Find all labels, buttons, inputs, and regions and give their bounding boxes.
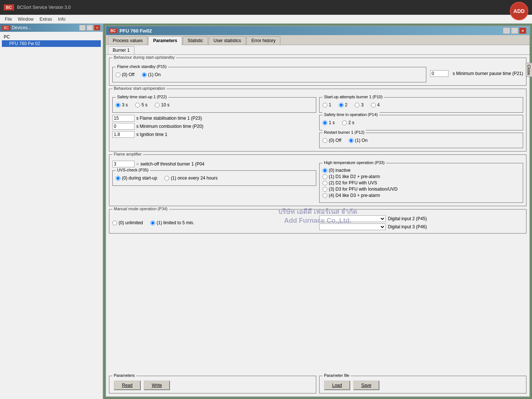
high-temp-1-option[interactable]: (1) D1 like D2 + pre-alarm (323, 174, 520, 179)
restart-off-option[interactable]: (0) Off (323, 138, 341, 143)
manual-mode-title: Manual mode operation (P34) (112, 207, 169, 211)
save-button[interactable]: Save (353, 381, 379, 390)
digital-input2-select[interactable] (319, 215, 386, 222)
behaviour-startup-standby-title: Behaviour during start-up/standby (112, 55, 176, 59)
switch-off-threshold-input[interactable] (112, 161, 134, 167)
flame-check-group: Flame check standby (P15) (0) Off (1) On (112, 67, 426, 82)
min-pause-time-container: s Minimum burner pause time (P21) (430, 70, 523, 77)
high-temp-2-option[interactable]: (2) D2 for PFU with UVS (323, 180, 520, 185)
menu-window[interactable]: Window (15, 16, 37, 23)
ignition-time-input[interactable] (112, 131, 134, 138)
switch-off-icon: ≈ (136, 162, 139, 166)
high-temp-3-option[interactable]: (3) D3 for PFU with Ionisation/UVD (323, 187, 520, 192)
parameters-group-title: Parameters (112, 373, 136, 378)
flame-check-on-option[interactable]: (1) On (142, 72, 161, 77)
high-temp-4-option[interactable]: (4) D4 like D3 + pre-alarm (323, 193, 520, 198)
safety-time-title: Safety time start-up 1 (P22) (116, 95, 168, 99)
ignition-time-label: s Ignition time 1 (136, 132, 167, 137)
menu-extras[interactable]: Extras (37, 16, 55, 23)
high-temp-group: High temperature operation (P33) (0) ina… (319, 163, 523, 203)
pfu-window-logo: BC (109, 28, 117, 33)
flame-check-title: Flame check standby (P15) (116, 64, 168, 69)
safety-operation-title: Safety time in operation (P14) (323, 112, 379, 117)
write-button[interactable]: Write (144, 381, 170, 390)
menu-file[interactable]: File (2, 16, 15, 23)
sub-tab-burner1[interactable]: Burner 1 (108, 46, 134, 54)
attempts-3-option[interactable]: 3 (355, 102, 364, 108)
manual-limited-option[interactable]: (1) limited to 5 min. (150, 220, 194, 225)
behaviour-startup-operation-title: Behaviour start-up/operation (112, 86, 167, 91)
pfu-restore-button[interactable]: □ (511, 27, 518, 34)
behaviour-startup-operation-group: Behaviour start-up/operation Safety time… (109, 89, 526, 151)
min-pause-time-label: s Minimum burner pause time (P21) (453, 71, 523, 76)
manual-mode-group: Manual mode operation (P34) (0) unlimite… (109, 209, 526, 233)
tree-item-pfu[interactable]: PFU 760 Fw 02 (2, 40, 101, 47)
parameter-buttons: Read Write (114, 381, 311, 390)
side-close-button[interactable]: Close (526, 63, 532, 77)
parameters-group: Parameters Read Write (109, 376, 316, 393)
flame-check-off-option[interactable]: (0) Off (116, 72, 134, 77)
flame-amplifier-title: Flame amplifier (112, 152, 143, 156)
flame-check-options: (0) Off (1) On (116, 70, 423, 79)
pfu-window: BC PFU 760 Fw02 _ □ × Process values Par… (105, 25, 530, 397)
safety-3s-option[interactable]: 3 s (116, 102, 128, 108)
sub-tabs: Burner 1 (106, 45, 529, 55)
safety-operation-options: 1 s 2 s (323, 118, 520, 127)
tab-user-statistics[interactable]: User statistics (209, 36, 246, 45)
devices-titlebar: BC Devices... _ □ × (0, 24, 103, 32)
startup-attempts-title: Start-up attempts burner 1 (P10) (323, 95, 384, 99)
manual-unlimited-option[interactable]: (0) unlimited (112, 220, 143, 225)
tab-parameters[interactable]: Parameters (148, 36, 182, 45)
app-title: BCSort Service Version 3.0 (17, 5, 71, 10)
devices-close-button[interactable]: × (94, 25, 100, 31)
uvs-check-options: (0) during start-up (1) once every 24 ho… (116, 174, 313, 183)
uvs-check-group: UVS-check (P35) (0) during start-up (1) … (112, 170, 316, 186)
devices-restore-button[interactable]: □ (86, 25, 93, 31)
devices-minimize-button[interactable]: _ (79, 25, 86, 31)
tree-item-pc[interactable]: PC (2, 34, 101, 40)
uvs-24h-option[interactable]: (1) once every 24 hours (164, 175, 218, 181)
uvs-startup-option[interactable]: (0) during start-up (116, 175, 157, 181)
high-temp-title: High temperature operation (P33) (323, 160, 386, 165)
pfu-titlebar: BC PFU 760 Fw02 _ □ × (106, 26, 529, 35)
tab-statistic[interactable]: Statistic (183, 36, 208, 45)
min-pause-time-input[interactable] (430, 70, 449, 77)
attempts-2-option[interactable]: 2 (339, 102, 348, 108)
safety-op-2s-option[interactable]: 2 s (342, 120, 354, 125)
parameter-file-group: Parameter file Load Save (319, 376, 526, 393)
flame-stabilisation-label: s Flame stabilisation time 1 (P23) (136, 116, 202, 121)
tab-error-history[interactable]: Error history (246, 36, 280, 45)
read-button[interactable]: Read (114, 381, 141, 390)
devices-panel: BC Devices... _ □ × PC PFU 760 Fw 02 (0, 24, 103, 399)
attempts-4-option[interactable]: 4 (371, 102, 380, 108)
switch-off-label: switch-off threshol burner 1 (P04 (140, 161, 204, 167)
safety-5s-option[interactable]: 5 s (135, 102, 147, 108)
safety-op-1s-option[interactable]: 1 s (323, 120, 335, 125)
devices-panel-logo: BC (2, 25, 10, 30)
digital-inputs: Digital input 2 (P45) Digital input 3 (P… (319, 215, 523, 230)
safety-10s-option[interactable]: 10 s (155, 102, 170, 108)
manual-mode-options: (0) unlimited (1) limited to 5 min. (112, 218, 316, 227)
content-area: Behaviour during start-up/standby Flame … (106, 55, 529, 376)
safety-time-options: 3 s 5 s 10 s (116, 100, 313, 109)
digital-input3-select[interactable] (319, 224, 386, 230)
restart-burner-options: (0) Off (1) On (323, 136, 520, 145)
attempts-1-option[interactable]: 1 (323, 102, 331, 108)
menu-info[interactable]: Info (55, 16, 68, 23)
behaviour-startup-standby-group: Behaviour during start-up/standby Flame … (109, 58, 526, 86)
min-combustion-input[interactable] (112, 123, 134, 130)
tab-process-values[interactable]: Process values (108, 36, 147, 45)
main-area: BC Devices... _ □ × PC PFU 760 Fw 02 BC … (0, 24, 532, 399)
restart-burner-title: Restart burner 1 (P12) (323, 130, 366, 134)
high-temp-0-option[interactable]: (0) inactive (323, 168, 520, 173)
device-tree: PC PFU 760 Fw 02 (0, 32, 103, 399)
right-panel: BC PFU 760 Fw02 _ □ × Process values Par… (103, 24, 532, 399)
load-button[interactable]: Load (324, 381, 350, 390)
pfu-close-button[interactable]: × (519, 27, 526, 34)
startup-attempts-options: 1 2 3 (323, 100, 520, 109)
main-tabs: Process values Parameters Statistic User… (106, 35, 529, 45)
pfu-minimize-button[interactable]: _ (503, 27, 510, 34)
min-combustion-label: s Minimum combustion time (P20) (136, 124, 203, 129)
restart-on-option[interactable]: (1) On (349, 138, 368, 143)
flame-stabilisation-input[interactable] (112, 115, 134, 122)
